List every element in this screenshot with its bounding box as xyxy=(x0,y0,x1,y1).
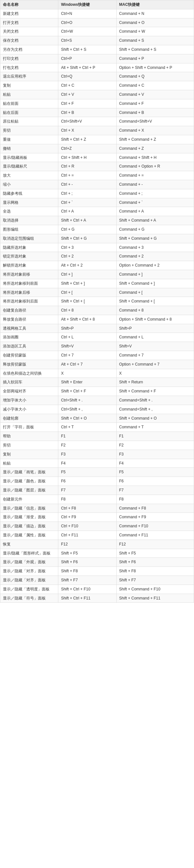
table-cell: Ctrl + C xyxy=(58,81,116,90)
table-cell: Command + ` xyxy=(116,198,194,207)
table-row: 显示／隐藏「符号」面板Shift + Ctrl + F11Shift + Com… xyxy=(0,594,194,603)
table-cell: 全选 xyxy=(0,207,58,216)
table-cell: Command + ] xyxy=(116,270,194,279)
table-cell: Alt + Shift + Ctrl + 8 xyxy=(58,315,116,324)
table-cell: Ctrl+P xyxy=(58,54,116,63)
table-row: 插入软回车Shift + EnterShift + Return xyxy=(0,378,194,387)
table-row: 粘贴F4F4 xyxy=(0,459,194,468)
table-cell: Command + F10 xyxy=(116,522,194,531)
table-cell: Shift + F6 xyxy=(58,558,116,567)
table-cell: Shift + Enter xyxy=(58,378,116,387)
table-row: 重做Shift + Ctrl + ZShift + Command + Z xyxy=(0,135,194,144)
table-cell: Command + 3 xyxy=(116,243,194,252)
table-row: 透视网格工具Shift+PShift+P xyxy=(0,324,194,333)
table-row: 原位粘贴Ctrl+Shift+VCommand+Shift+V xyxy=(0,117,194,126)
table-row: 全部两端对齐Shift + Ctrl + FShift + Command + … xyxy=(0,387,194,396)
table-row: 撤销Ctrl+ZCommand + Z xyxy=(0,144,194,153)
table-cell: F12 xyxy=(116,539,194,549)
table-row: 创建轮廓Shift + Ctrl + OShift + Command + O xyxy=(0,414,194,423)
table-row: 隐藏所选对象Ctrl + 3Command + 3 xyxy=(0,243,194,252)
table-cell: Shift + F7 xyxy=(116,576,194,585)
table-cell: 创建轮廓 xyxy=(0,414,58,423)
table-cell: 剪切 xyxy=(0,441,58,450)
table-row: 取消选择Shift + Ctrl + AShift + Command + A xyxy=(0,216,194,225)
table-cell: Ctrl + 2 xyxy=(58,252,116,261)
table-cell: Command+Shift + , xyxy=(116,405,194,414)
table-cell: Shift + Command + F xyxy=(116,387,194,396)
table-cell: Ctrl+Shift+V xyxy=(58,117,116,126)
table-cell: Command + ; xyxy=(116,189,194,198)
table-cell: Ctrl + F xyxy=(58,99,116,108)
table-cell: 显示网格 xyxy=(0,198,58,207)
table-row: 保存文档Ctrl+SCommand + S xyxy=(0,36,194,45)
table-cell: 显示／隐藏「属性」面板 xyxy=(0,531,58,540)
table-cell: 隐藏参考线 xyxy=(0,189,58,198)
table-row: 将所选对象前移Ctrl + ]Command + ] xyxy=(0,270,194,279)
table-cell: Command + C xyxy=(116,81,194,90)
table-row: 图形编组Ctrl + GCommand + G xyxy=(0,225,194,234)
table-cell: 原位粘贴 xyxy=(0,117,58,126)
table-cell: Command + T xyxy=(116,423,194,432)
table-cell: Shift + F5 xyxy=(58,549,116,558)
table-cell: F12 xyxy=(58,539,116,549)
table-cell: F5 xyxy=(58,468,116,477)
table-row: 显示／隐藏「图层」面板F7F7 xyxy=(0,486,194,495)
table-cell: Command + B xyxy=(116,108,194,117)
table-row: 显示／隐藏「透明度」面板Shift + Ctrl + F10Shift + Co… xyxy=(0,585,194,594)
table-cell: Shift + Command + F11 xyxy=(116,594,194,603)
table-cell: Command + A xyxy=(116,207,194,216)
table-cell: 显示／隐藏「对齐」面板 xyxy=(0,567,58,576)
table-cell: 显示／隐藏「渐变」面板 xyxy=(0,513,58,522)
table-cell: Ctrl + A xyxy=(58,207,116,216)
table-cell: Ctrl + = xyxy=(58,171,116,180)
table-cell: 释放剪切蒙版 xyxy=(0,360,58,369)
table-cell: Ctrl + V xyxy=(58,90,116,99)
table-cell: 图形编组 xyxy=(0,225,58,234)
table-cell: Alt + Ctrl + 2 xyxy=(58,261,116,270)
table-row: 显示网格Ctrl + `Command + ` xyxy=(0,198,194,207)
table-row: 在填色和描边之间切换XX xyxy=(0,369,194,378)
table-cell: 关闭文档 xyxy=(0,27,58,36)
table-cell: 取消选定范围编组 xyxy=(0,234,58,243)
table-cell: F4 xyxy=(116,459,194,468)
table-cell: Command + W xyxy=(116,27,194,36)
table-cell: Ctrl + L xyxy=(58,333,116,342)
table-cell: 显示／隐藏「图层」面板 xyxy=(0,486,58,495)
table-cell: 打包文档 xyxy=(0,63,58,72)
table-cell: 新建文档 xyxy=(0,9,58,18)
table-cell: Command + F11 xyxy=(116,531,194,540)
table-cell: F6 xyxy=(58,477,116,486)
table-row: 显示／隐藏「信息」面板Ctrl + F8Command + F8 xyxy=(0,504,194,513)
table-cell: Ctrl + G xyxy=(58,225,116,234)
table-cell: 显示／隐藏「对齐」面板 xyxy=(0,576,58,585)
table-cell: Shift + Command + A xyxy=(116,216,194,225)
table-row: 打印文档Ctrl+PCommand + P xyxy=(0,54,194,63)
table-row: 增加字体大小Ctrl+Shift + .Command+Shift + . xyxy=(0,396,194,405)
table-cell: 解锁所选对象 xyxy=(0,261,58,270)
table-cell: 在填色和描边之间切换 xyxy=(0,369,58,378)
table-cell: Ctrl + 7 xyxy=(58,351,116,360)
table-cell: X xyxy=(58,369,116,378)
table-cell: Shift + Ctrl + Z xyxy=(58,135,116,144)
table-cell: Ctrl + ` xyxy=(58,198,116,207)
header-mac: MAC快捷键 xyxy=(116,0,194,9)
table-cell: 创建剪切蒙版 xyxy=(0,351,58,360)
table-cell: Shift + Ctrl + [ xyxy=(58,297,116,306)
table-cell: Shift + Ctrl + F xyxy=(58,387,116,396)
table-cell: Shift + Command + O xyxy=(116,414,194,423)
table-cell: 插入软回车 xyxy=(0,378,58,387)
table-cell: Command + F9 xyxy=(116,513,194,522)
table-row: 全选Ctrl + ACommand + A xyxy=(0,207,194,216)
table-cell: 粘贴 xyxy=(0,459,58,468)
table-cell: 复制 xyxy=(0,81,58,90)
table-cell: Ctrl+Q xyxy=(58,72,116,81)
table-row: 显示／隐藏「渐变」面板Ctrl + F9Command + F9 xyxy=(0,513,194,522)
table-row: 打开「字符」面板Ctrl + TCommand + T xyxy=(0,423,194,432)
table-cell: 打开「字符」面板 xyxy=(0,423,58,432)
table-row: 粘贴Ctrl + VCommand + V xyxy=(0,90,194,99)
table-cell: Command+Shift+V xyxy=(116,117,194,126)
table-row: 显示／隐藏「颜色」面板F6F6 xyxy=(0,477,194,486)
table-row: 创建复合路径Ctrl + 8Command + 8 xyxy=(0,306,194,315)
table-cell: Shift+P xyxy=(116,324,194,333)
table-cell: Command + N xyxy=(116,9,194,18)
